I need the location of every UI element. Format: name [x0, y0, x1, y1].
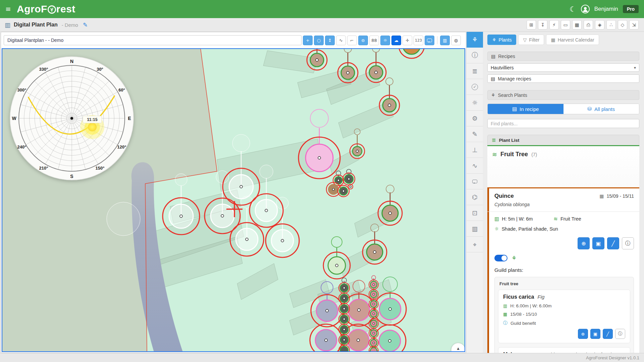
- comments-panel-icon[interactable]: [467, 174, 483, 189]
- compass-210: 210°: [39, 166, 48, 171]
- app-version: AgroForest Designer v1.0.1: [586, 355, 639, 360]
- brand-text-right: rest: [56, 3, 75, 15]
- flash-button[interactable]: ⚡: [549, 20, 559, 29]
- sunlight-panel-icon[interactable]: ☼: [467, 95, 483, 111]
- plan-scene: 11:15 N 30° 60° E 120° 150° S 210° 240° …: [2, 49, 465, 352]
- plant-visibility-toggle[interactable]: [494, 255, 507, 261]
- shield-button[interactable]: ◇: [618, 20, 627, 29]
- chevron-down-icon: ▾: [634, 65, 636, 70]
- group-name: Fruit Tree: [500, 151, 528, 158]
- plant-list-header[interactable]: ≣ Plant List: [487, 135, 639, 145]
- tasks-panel-icon[interactable]: ✓: [467, 79, 483, 95]
- selected-plant-card[interactable]: Quince ▦ 15/09 - 15/11 Cydonia oblonga ▥…: [487, 187, 639, 353]
- search-plants-header[interactable]: ⚘ Search Plants: [487, 90, 639, 100]
- user-name[interactable]: Benjamin: [594, 6, 618, 12]
- plant-latin-name: Cydonia oblonga: [494, 202, 634, 207]
- guild-group-label: Fruit tree: [499, 281, 630, 286]
- location-panel-icon[interactable]: ⌖: [467, 237, 483, 252]
- status-bar: AgroForest Designer v1.0.1: [0, 353, 644, 362]
- add-to-plan-button[interactable]: ⊕: [578, 237, 590, 249]
- comment-button[interactable]: [425, 36, 434, 45]
- plant-light-needs: ☼ Shade, Partial shade, Sun: [494, 226, 558, 232]
- notebook-icon: ▤: [491, 54, 495, 59]
- all-plants-tab[interactable]: ⛁ All plants: [564, 104, 639, 114]
- funnel-icon: ▽: [523, 37, 527, 43]
- circle-tool-button[interactable]: ○: [314, 36, 324, 45]
- fullscreen-button[interactable]: ⇲: [629, 20, 639, 29]
- tab-filter[interactable]: ▽ Filter: [518, 35, 544, 45]
- globe-button[interactable]: ◍: [451, 36, 461, 45]
- measure-panel-icon[interactable]: ⊥: [467, 142, 483, 158]
- settings-panel-icon[interactable]: ⚙: [467, 111, 483, 126]
- hamburger-menu-icon[interactable]: ≡: [5, 5, 14, 13]
- compass-30: 30°: [97, 67, 103, 72]
- notes-panel-icon[interactable]: ⊡: [467, 205, 483, 221]
- tab-harvest-calendar[interactable]: ▦ Harvest Calendar: [546, 35, 599, 45]
- corner-measure-button[interactable]: ⌐: [347, 36, 357, 45]
- 3d-view-button[interactable]: ◈: [595, 20, 604, 29]
- download-button[interactable]: ↧: [538, 20, 547, 29]
- guild-benefit[interactable]: ⓘ Guild benefit: [503, 320, 625, 326]
- guild-plant-card[interactable]: Ficus carica Fig ▥ H: 6.00m | W: 6.00m ▦…: [498, 290, 630, 343]
- compass-240: 240°: [17, 144, 26, 149]
- add-to-plan-button[interactable]: ⊕: [578, 329, 588, 339]
- guild-plant-card[interactable]: Malus prunifolia Chinese Apple, Plumleaf…: [498, 347, 630, 353]
- move-tool-button[interactable]: ✛: [402, 36, 412, 45]
- pdf-export-button[interactable]: ⎙: [584, 20, 593, 29]
- recipes-header[interactable]: ▤ Recipes: [487, 52, 639, 61]
- numbering-button[interactable]: 123: [414, 36, 423, 45]
- guild-plants-title: Guild plants:: [494, 267, 634, 273]
- chart-panel-icon[interactable]: ∿: [467, 158, 483, 174]
- plant-dimensions: ▥ H: 5m | W: 6m: [494, 216, 533, 222]
- shadow-cloud-button[interactable]: ☁: [391, 36, 401, 45]
- in-recipe-tab[interactable]: ▤ In recipe: [488, 104, 564, 114]
- plan-name-input[interactable]: [4, 35, 302, 45]
- find-plants-input[interactable]: [487, 119, 639, 128]
- compass-n: N: [70, 59, 73, 64]
- plants-panel-icon[interactable]: ⚘: [467, 32, 483, 48]
- growth-chart-button[interactable]: ∿: [336, 36, 346, 45]
- height-tool-button[interactable]: ↕: [325, 36, 335, 45]
- new-file-button[interactable]: ⊞: [527, 20, 536, 29]
- database-icon: ⛁: [588, 106, 592, 112]
- plan-grid-icon: ▥: [5, 21, 10, 28]
- share-button[interactable]: ∴: [606, 20, 616, 29]
- draw-panel-icon[interactable]: ✎: [467, 126, 483, 142]
- plant-info-button[interactable]: ⓘ: [622, 237, 634, 249]
- pro-badge[interactable]: Pro: [623, 5, 639, 13]
- columns-button[interactable]: ▥: [440, 36, 450, 45]
- compass-60: 60°: [118, 87, 125, 93]
- plant-info-button[interactable]: ⓘ: [615, 329, 625, 339]
- draw-plant-button[interactable]: ╱: [603, 329, 613, 339]
- map-panel-icon[interactable]: ▥: [467, 221, 483, 237]
- sun-mode-button[interactable]: ☼: [380, 36, 390, 45]
- plan-canvas[interactable]: 11:15 N 30° 60° E 120° 150° S 210° 240° …: [2, 48, 465, 352]
- dark-mode-icon[interactable]: ☾: [570, 5, 576, 13]
- recipe-select[interactable]: Hautvilliers ▾: [487, 63, 639, 72]
- grid-dots-button[interactable]: 88: [369, 36, 379, 45]
- objects-panel-icon[interactable]: ⌬: [467, 189, 483, 205]
- layers-view-button[interactable]: ⊜: [358, 36, 368, 45]
- plant-group-card[interactable]: ≋ Fruit Tree (7): [487, 145, 639, 187]
- tab-plants[interactable]: ⚘ Plants: [487, 35, 516, 45]
- ruler-icon: ▥: [494, 216, 499, 222]
- compass-w: W: [12, 116, 16, 121]
- table-button[interactable]: ▦: [572, 20, 582, 29]
- avatar[interactable]: [581, 5, 590, 13]
- select-on-plan-button[interactable]: ▣: [590, 329, 600, 339]
- rename-plan-icon[interactable]: ✎: [83, 21, 88, 28]
- manage-recipes-button[interactable]: ▤ Manage recipes: [487, 74, 639, 83]
- list-panel-icon[interactable]: ≣: [467, 63, 483, 79]
- draw-plant-button[interactable]: ╱: [607, 237, 619, 249]
- guild-plant-name: Ficus carica: [503, 294, 534, 300]
- guild-panel: Fruit tree Ficus carica Fig ▥ H: 6.00m |…: [494, 277, 634, 353]
- sun-time-label: 11:15: [87, 117, 97, 122]
- add-plant-button[interactable]: +: [303, 36, 313, 45]
- plant-date-range: ▦ 15/09 - 15/11: [599, 193, 634, 199]
- compass-330: 330°: [39, 67, 48, 72]
- app-header: ≡ AgroFrest ☾ Benjamin Pro: [0, 0, 644, 18]
- select-on-plan-button[interactable]: ▣: [592, 237, 604, 249]
- group-count: (7): [531, 152, 537, 157]
- info-panel-icon[interactable]: ⓘ: [467, 48, 483, 63]
- folder-button[interactable]: ▭: [561, 20, 570, 29]
